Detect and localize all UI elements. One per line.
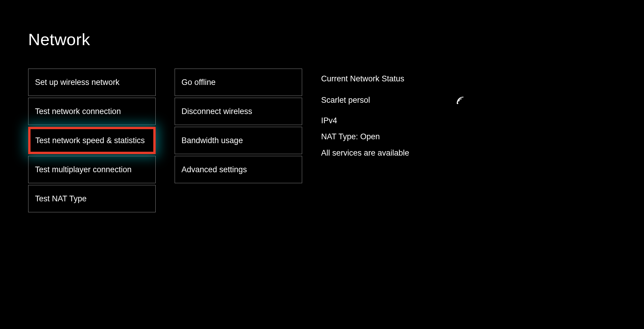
menu-item-label: Bandwidth usage: [181, 136, 243, 145]
advanced-settings-button[interactable]: Advanced settings: [175, 156, 302, 183]
ip-version: IPv4: [321, 116, 475, 125]
menu-item-label: Test multiplayer connection: [35, 165, 132, 174]
nat-type: NAT Type: Open: [321, 132, 475, 141]
menu-item-label: Test NAT Type: [35, 194, 87, 203]
test-multiplayer-button[interactable]: Test multiplayer connection: [28, 156, 156, 183]
left-column: Set up wireless network Test network con…: [28, 69, 156, 212]
menu-item-label: Advanced settings: [181, 165, 247, 174]
status-panel: Current Network Status Scarlet persol IP…: [321, 69, 475, 164]
right-column: Go offline Disconnect wireless Bandwidth…: [175, 69, 302, 183]
menu-item-label: Go offline: [181, 78, 216, 87]
bandwidth-usage-button[interactable]: Bandwidth usage: [175, 127, 302, 154]
menu-item-label: Set up wireless network: [35, 78, 119, 87]
svg-point-0: [457, 102, 458, 104]
menu-item-label: Test network connection: [35, 107, 121, 116]
menu-item-label: Disconnect wireless: [181, 107, 252, 116]
network-content: Set up wireless network Test network con…: [28, 69, 616, 212]
network-name: Scarlet persol: [321, 95, 370, 105]
test-nat-type-button[interactable]: Test NAT Type: [28, 185, 156, 212]
menu-item-label: Test network speed & statistics: [35, 136, 145, 145]
test-connection-button[interactable]: Test network connection: [28, 98, 156, 125]
go-offline-button[interactable]: Go offline: [175, 69, 302, 96]
wifi-icon: [456, 96, 466, 105]
status-heading: Current Network Status: [321, 74, 475, 83]
test-speed-stats-button[interactable]: Test network speed & statistics: [28, 127, 156, 154]
status-network-row: Scarlet persol: [321, 95, 475, 105]
setup-wireless-button[interactable]: Set up wireless network: [28, 69, 156, 96]
disconnect-wireless-button[interactable]: Disconnect wireless: [175, 98, 302, 125]
services: All services are available: [321, 148, 475, 158]
page-title: Network: [28, 30, 616, 49]
